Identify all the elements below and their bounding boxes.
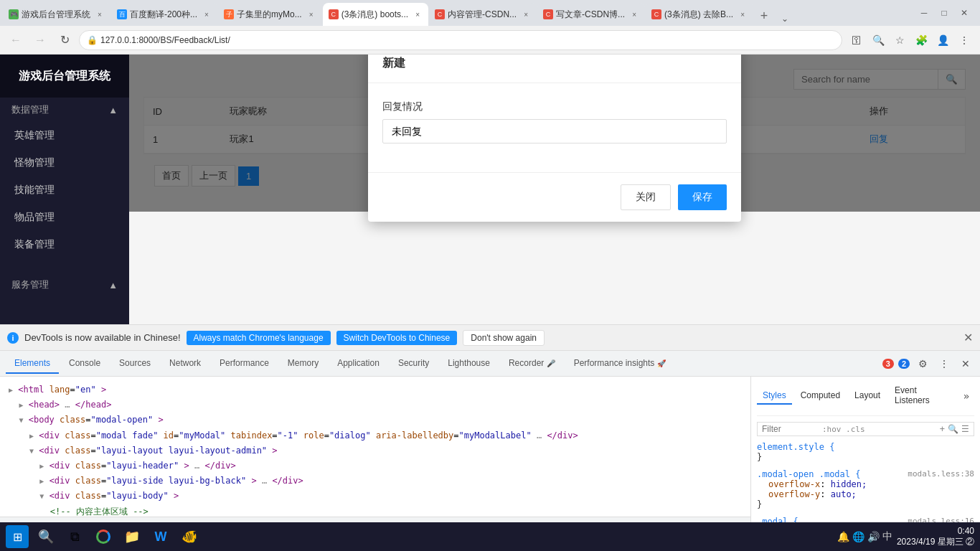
sidebar-item-hero[interactable]: 英雄管理 <box>0 122 129 149</box>
taskbar-folder[interactable]: 📁 <box>121 525 143 548</box>
tab-elements[interactable]: Elements <box>6 354 59 374</box>
notification-close-icon[interactable]: ✕ <box>963 331 973 344</box>
switch-chinese-button[interactable]: Switch DevTools to Chinese <box>336 331 458 345</box>
tray-network[interactable]: 🌐 <box>852 531 864 542</box>
tab-close-2[interactable]: × <box>202 9 212 19</box>
tab-performance[interactable]: Performance <box>211 354 278 374</box>
tab-close-3[interactable]: × <box>306 9 316 19</box>
address-bar[interactable]: 🔒 127.0.0.1:8000/BS/Feedback/List/ <box>79 30 842 50</box>
info-icon: i <box>7 332 19 344</box>
tabs-dropdown-button[interactable]: ⌄ <box>778 11 792 26</box>
tab-sources[interactable]: Sources <box>110 354 159 374</box>
back-button[interactable]: ← <box>6 30 26 50</box>
styles-tab-styles[interactable]: Styles <box>757 387 792 405</box>
inspector-icon[interactable]: 🔍 <box>948 424 958 434</box>
tab-close-1[interactable]: × <box>95 9 105 19</box>
taskbar-app[interactable]: 🐠 <box>178 525 201 548</box>
tab-memory[interactable]: Memory <box>279 354 327 374</box>
new-tab-button[interactable]: + <box>754 6 774 26</box>
tab-5[interactable]: C 内容管理-CSDN... × <box>429 3 537 26</box>
styles-more-icon[interactable]: » <box>958 387 974 405</box>
tray-ime[interactable]: 中 <box>882 530 892 543</box>
element-line-layui-layout[interactable]: ▼ <div class="layui-layout layui-layout-… <box>6 443 745 458</box>
tab-1[interactable]: 🎮 游戏后台管理系统 × <box>3 3 110 26</box>
modal-close-button[interactable]: 关闭 <box>621 184 671 210</box>
taskbar-chrome[interactable] <box>92 525 115 548</box>
taskbar-taskview[interactable]: ⧉ <box>63 525 86 548</box>
sidebar-group-data[interactable]: 数据管理 ▲ <box>0 98 129 122</box>
maximize-button[interactable]: □ <box>937 6 951 20</box>
search-icon[interactable]: 🔍 <box>868 30 888 50</box>
element-line-head[interactable]: ▶ <head> … </head> <box>6 397 745 413</box>
toggle-icon[interactable]: ☰ <box>961 424 969 434</box>
tab-performance-insights[interactable]: Performance insights 🚀 <box>565 354 674 374</box>
tab-recorder[interactable]: Recorder 🎤 <box>500 354 564 374</box>
css-prop-overflow-x: overflow-x: hidden; <box>757 479 974 489</box>
tab-security[interactable]: Security <box>390 354 438 374</box>
tab-console[interactable]: Console <box>60 354 109 374</box>
tab-3[interactable]: 子 子集里的myMo... × <box>218 3 322 26</box>
menu-icon[interactable]: ⋮ <box>954 30 974 50</box>
tab-network[interactable]: Network <box>161 354 209 374</box>
tab-6[interactable]: C 写文章-CSDN博... × <box>537 3 645 26</box>
devtools-close-icon[interactable]: ✕ <box>957 355 974 372</box>
reply-select[interactable]: 未回复 <box>382 119 727 143</box>
tab-application[interactable]: Application <box>329 354 388 374</box>
tab-2[interactable]: 百 百度翻译-200种... × <box>111 3 217 26</box>
profile-icon[interactable]: ⚿ <box>847 30 867 50</box>
sidebar-item-item[interactable]: 物品管理 <box>0 204 129 231</box>
clock[interactable]: 0:40 2023/4/19 星期三 ② <box>897 526 974 548</box>
close-button[interactable]: ✕ <box>957 6 971 20</box>
forward-button[interactable]: → <box>30 30 50 50</box>
extensions-icon[interactable]: 🧩 <box>911 30 931 50</box>
element-line-html[interactable]: ▶ <html lang="en" > <box>6 382 745 397</box>
styles-tab-computed[interactable]: Computed <box>795 387 846 405</box>
filter-input[interactable] <box>762 424 819 434</box>
sidebar-item-label-equipment: 装备管理 <box>14 238 55 251</box>
sidebar-item-label-hero: 英雄管理 <box>14 129 55 142</box>
add-style-icon[interactable]: + <box>940 424 945 434</box>
sidebar-group-label-service: 服务管理 <box>11 278 49 291</box>
tab-lighthouse[interactable]: Lighthouse <box>439 354 499 374</box>
sidebar-item-equipment[interactable]: 装备管理 <box>0 231 129 258</box>
tab-title-7: (3条消息) 去除B... <box>664 9 733 21</box>
sidebar-group-service[interactable]: 服务管理 ▲ <box>0 273 129 297</box>
element-line-modal-fade[interactable]: ▶ <div class="modal fade" id="myModal" t… <box>6 428 745 443</box>
taskbar-search[interactable]: 🔍 <box>34 525 57 548</box>
devtools-more-icon[interactable]: ⋮ <box>936 355 953 372</box>
css-rule-element-style: element.style { } <box>757 442 974 462</box>
match-language-button[interactable]: Always match Chrome's language <box>187 331 331 345</box>
app-layout: 游戏后台管理系统 数据管理 ▲ 英雄管理 怪物管理 技能管理 物品管理 <box>0 55 980 324</box>
element-line-body[interactable]: ▼ <body class="modal-open" > <box>6 413 745 428</box>
user-account-icon[interactable]: 👤 <box>933 30 953 50</box>
start-button[interactable]: ⊞ <box>6 525 29 548</box>
tab-close-4[interactable]: × <box>413 9 423 19</box>
refresh-button[interactable]: ↻ <box>55 30 75 50</box>
tab-close-7[interactable]: × <box>738 9 748 19</box>
bookmark-icon[interactable]: ☆ <box>890 30 910 50</box>
modal-title: 新建 <box>382 57 405 69</box>
sidebar-item-monster[interactable]: 怪物管理 <box>0 149 129 176</box>
styles-tab-layout[interactable]: Layout <box>849 387 886 405</box>
dont-show-button[interactable]: Don't show again <box>463 330 545 346</box>
tray-notifications[interactable]: 🔔 <box>837 531 849 542</box>
filter-pseudo[interactable]: :hov .cls <box>822 425 865 434</box>
minimize-button[interactable]: ─ <box>917 6 931 20</box>
tab-close-6[interactable]: × <box>629 9 639 19</box>
taskbar-word[interactable]: W <box>149 525 172 548</box>
element-line-layui-header[interactable]: ▶ <div class="layui-header" > … </div> <box>6 458 745 474</box>
modal-body: 回复情况 未回复 <box>368 83 741 172</box>
sidebar-item-skill[interactable]: 技能管理 <box>0 176 129 204</box>
tray-volume[interactable]: 🔊 <box>867 531 880 542</box>
tab-7[interactable]: C (3条消息) 去除B... × <box>646 3 753 26</box>
tab-close-5[interactable]: × <box>521 9 531 19</box>
filter-bar: :hov .cls + 🔍 ☰ <box>757 422 974 436</box>
devtools-settings-icon[interactable]: ⚙ <box>914 355 931 372</box>
tab-4[interactable]: C (3条消息) boots... × <box>323 3 428 26</box>
date-display: 2023/4/19 星期三 ② <box>897 536 974 548</box>
styles-tab-event-listeners[interactable]: Event Listeners <box>889 382 956 410</box>
modal-save-button[interactable]: 保存 <box>678 184 727 210</box>
element-line-layui-side[interactable]: ▶ <div class="layui-side layui-bg-black"… <box>6 474 745 489</box>
tab-title-1: 游戏后台管理系统 <box>22 9 90 21</box>
element-line-layui-body[interactable]: ▼ <div class="layui-body" > <box>6 489 745 504</box>
